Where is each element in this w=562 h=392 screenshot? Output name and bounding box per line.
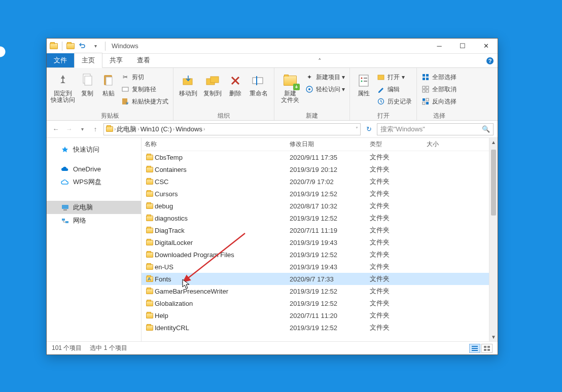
file-row[interactable]: Cursors2019/3/19 12:52文件夹 bbox=[142, 188, 489, 200]
col-type[interactable]: 类型 bbox=[370, 140, 427, 149]
file-row[interactable]: IdentityCRL2019/3/19 12:52文件夹 bbox=[142, 322, 489, 334]
col-size[interactable]: 大小 bbox=[427, 140, 489, 149]
minimize-button[interactable]: ─ bbox=[428, 39, 451, 54]
breadcrumb-item[interactable]: Windows › bbox=[175, 125, 205, 133]
open-button[interactable]: 打开 ▾ bbox=[375, 72, 413, 83]
file-row[interactable]: CSC2020/7/9 17:02文件夹 bbox=[142, 175, 489, 188]
status-bar: 101 个项目 选中 1 个项目 bbox=[47, 341, 498, 354]
refresh-button[interactable]: ↻ bbox=[364, 125, 374, 133]
scroll-down-icon[interactable]: ▼ bbox=[489, 333, 498, 341]
qat-undo-icon[interactable] bbox=[77, 41, 88, 52]
rename-button[interactable]: 重命名 bbox=[247, 70, 271, 97]
file-row[interactable]: GameBarPresenceWriter2019/3/19 12:52文件夹 bbox=[142, 285, 489, 297]
paste-shortcut-button[interactable]: 粘贴快捷方式 bbox=[120, 96, 170, 107]
tab-file[interactable]: 文件 bbox=[47, 53, 74, 67]
scroll-up-icon[interactable]: ▲ bbox=[489, 138, 498, 147]
select-none-button[interactable]: 全部取消 bbox=[420, 84, 458, 95]
close-button[interactable]: ✕ bbox=[474, 39, 498, 54]
svg-rect-6 bbox=[122, 87, 128, 91]
scroll-thumb[interactable] bbox=[491, 150, 496, 216]
svg-rect-29 bbox=[426, 90, 429, 92]
new-folder-button[interactable]: + 新建 文件夹 bbox=[277, 70, 303, 103]
file-date: 2019/3/19 12:52 bbox=[290, 251, 370, 259]
file-row[interactable]: CbsTemp2020/9/11 17:35文件夹 bbox=[142, 151, 489, 163]
file-row[interactable]: DigitalLocker2019/3/19 19:43文件夹 bbox=[142, 236, 489, 248]
address-bar-row: ← → ▾ ↑ › 此电脑 › Win10 (C:) › Windows › ˅… bbox=[47, 121, 498, 138]
view-details-button[interactable] bbox=[469, 344, 480, 353]
file-row[interactable]: Help2020/7/11 11:20文件夹 bbox=[142, 309, 489, 322]
file-name: DiagTrack bbox=[155, 227, 290, 234]
sidebar-item-thispc[interactable]: 此电脑 bbox=[47, 201, 141, 214]
svg-rect-19 bbox=[364, 81, 367, 82]
select-all-button[interactable]: 全部选择 bbox=[420, 72, 458, 83]
vertical-scrollbar[interactable]: ▲ ▼ bbox=[489, 138, 498, 341]
svg-rect-31 bbox=[426, 98, 429, 101]
new-item-button[interactable]: ✦ 新建项目 ▾ bbox=[304, 72, 346, 83]
sidebar-item-onedrive[interactable]: OneDrive bbox=[47, 162, 141, 175]
invert-selection-icon bbox=[422, 97, 430, 105]
edit-button[interactable]: 编辑 bbox=[375, 84, 413, 95]
net-icon bbox=[61, 217, 69, 225]
move-to-button[interactable]: 移动到 bbox=[177, 70, 200, 97]
history-button[interactable]: 历史记录 bbox=[375, 96, 413, 107]
nav-forward-button[interactable]: → bbox=[64, 125, 74, 133]
file-date: 2020/7/11 11:19 bbox=[290, 227, 370, 234]
col-name[interactable]: 名称 bbox=[145, 140, 290, 149]
search-input[interactable]: 搜索"Windows" 🔍 bbox=[377, 123, 494, 135]
view-icons-button[interactable] bbox=[481, 344, 493, 353]
easy-access-button[interactable]: 轻松访问 ▾ bbox=[304, 84, 346, 95]
tab-view[interactable]: 查看 bbox=[130, 53, 157, 67]
copy-button[interactable]: 复制 bbox=[77, 70, 97, 97]
column-headers[interactable]: 名称 修改日期 类型 大小 bbox=[142, 138, 489, 151]
cut-button[interactable]: ✂ 剪切 bbox=[120, 72, 170, 83]
copy-path-button[interactable]: 复制路径 bbox=[120, 84, 170, 95]
col-date[interactable]: 修改日期 bbox=[290, 140, 370, 149]
properties-button[interactable]: 属性 bbox=[353, 70, 374, 97]
sidebar-item-network[interactable]: 网络 bbox=[47, 214, 141, 227]
invert-selection-button[interactable]: 反向选择 bbox=[420, 96, 458, 107]
file-row[interactable]: diagnostics2019/3/19 12:52文件夹 bbox=[142, 212, 489, 224]
sidebar-item-quick[interactable]: 快速访问 bbox=[47, 143, 141, 156]
pin-to-quick-access-button[interactable]: 固定到 快速访问 bbox=[50, 70, 76, 103]
nav-back-button[interactable]: ← bbox=[51, 125, 61, 133]
nav-up-button[interactable]: ↑ bbox=[90, 125, 100, 133]
sidebar-item-wps[interactable]: WPS网盘 bbox=[47, 175, 141, 189]
breadcrumb-bar[interactable]: › 此电脑 › Win10 (C:) › Windows › ˅ bbox=[103, 123, 361, 135]
tab-home[interactable]: 主页 bbox=[74, 53, 102, 68]
breadcrumb-item[interactable]: Win10 (C:) › bbox=[140, 125, 174, 133]
svg-rect-28 bbox=[423, 90, 425, 92]
file-row[interactable]: Downloaded Program Files2019/3/19 12:52文… bbox=[142, 248, 489, 261]
file-name: DigitalLocker bbox=[155, 239, 290, 246]
folder-icon bbox=[145, 216, 155, 221]
svg-rect-17 bbox=[364, 78, 367, 79]
sidebar-item-label: OneDrive bbox=[73, 165, 101, 173]
breadcrumb-dropdown-icon[interactable]: ˅ bbox=[356, 126, 358, 132]
delete-button[interactable]: 删除 bbox=[225, 70, 245, 97]
file-row[interactable]: DiagTrack2020/7/11 11:19文件夹 bbox=[142, 224, 489, 236]
copy-to-button[interactable]: 复制到 bbox=[201, 70, 224, 97]
file-row[interactable]: en-US2019/3/19 19:43文件夹 bbox=[142, 261, 489, 273]
svg-point-16 bbox=[361, 78, 363, 79]
file-name: Globalization bbox=[155, 300, 290, 307]
ribbon-collapse-icon[interactable]: ˄ bbox=[313, 54, 327, 67]
file-row[interactable]: debug2020/8/17 10:32文件夹 bbox=[142, 200, 489, 212]
file-type: 文件夹 bbox=[370, 238, 427, 247]
file-row[interactable]: AFonts2020/9/7 17:33文件夹 bbox=[142, 273, 489, 285]
breadcrumb-item[interactable]: 此电脑 › bbox=[117, 125, 139, 134]
qat-dropdown-icon[interactable]: ▾ bbox=[90, 41, 101, 52]
tab-share[interactable]: 共享 bbox=[102, 53, 130, 67]
file-name: CSC bbox=[155, 178, 290, 186]
paste-button[interactable]: 粘贴 bbox=[98, 70, 119, 97]
qat-open-icon[interactable] bbox=[66, 43, 75, 49]
file-row[interactable]: Globalization2019/3/19 12:52文件夹 bbox=[142, 297, 489, 309]
pc-icon bbox=[61, 203, 69, 211]
file-row[interactable]: Containers2019/3/19 20:12文件夹 bbox=[142, 163, 489, 175]
nav-recent-dropdown[interactable]: ▾ bbox=[77, 126, 87, 132]
folder-icon bbox=[145, 203, 155, 209]
group-label-new: 新建 bbox=[306, 111, 318, 120]
folder-icon bbox=[145, 179, 155, 185]
maximize-button[interactable]: ☐ bbox=[451, 39, 474, 54]
group-label-select: 选择 bbox=[433, 111, 445, 120]
svg-point-14 bbox=[308, 88, 310, 90]
help-icon[interactable]: ? bbox=[482, 54, 498, 67]
